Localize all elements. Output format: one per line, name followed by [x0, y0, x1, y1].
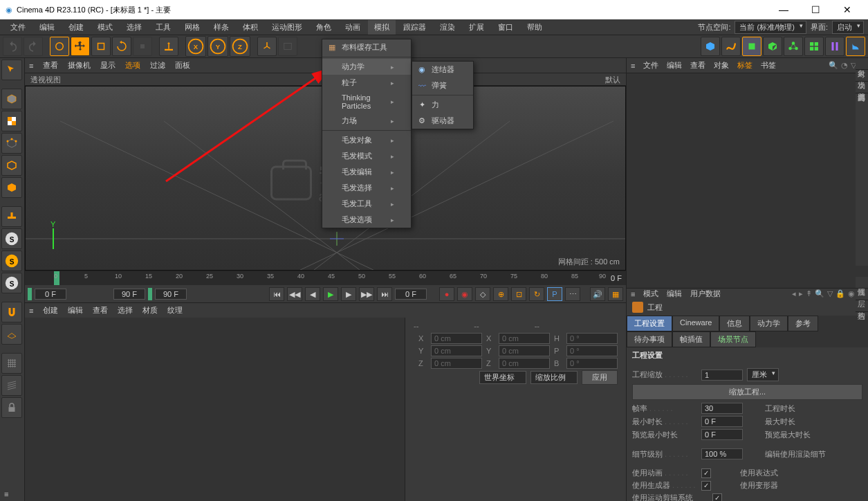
coord-world-combo[interactable]: 世界坐标 [479, 371, 526, 384]
om-object[interactable]: 对象 [714, 60, 729, 71]
menu-extensions[interactable]: 扩展 [463, 20, 490, 35]
snap-s1-icon[interactable]: S [1, 228, 22, 249]
dd-particles[interactable]: 粒子▸ [322, 75, 411, 91]
live-select-icon[interactable] [1, 60, 22, 80]
menu-mesh[interactable]: 网格 [178, 20, 206, 35]
min-input[interactable] [701, 416, 743, 427]
coord-scale-combo[interactable]: 缩放比例 [530, 371, 578, 384]
object-tree[interactable] [627, 73, 868, 288]
pos-z-input[interactable] [431, 358, 482, 369]
tab-info[interactable]: 信息 [719, 316, 750, 331]
om-edit[interactable]: 编辑 [667, 60, 682, 71]
vp-filter[interactable]: 过滤 [150, 60, 165, 71]
om-view[interactable]: 查看 [690, 60, 705, 71]
tab-interp[interactable]: 帧插值 [672, 331, 710, 347]
attr-mode[interactable]: 模式 [643, 289, 658, 299]
pmin-input[interactable] [701, 429, 743, 440]
cube-primitive[interactable] [701, 37, 720, 56]
frame-start-input[interactable] [35, 289, 66, 300]
scale-tool[interactable] [91, 37, 111, 56]
side-tab-layer[interactable]: 层 [856, 289, 868, 300]
side-tab-attr[interactable]: 属性 [856, 277, 868, 289]
dd-spring[interactable]: 〰弹簧 [412, 78, 473, 93]
tab-todo[interactable]: 待办事项 [627, 331, 672, 347]
eye-icon[interactable]: ◔ [841, 61, 848, 70]
new-icon[interactable]: ◉ [848, 289, 855, 298]
attr-userdata[interactable]: 用户数据 [690, 289, 721, 299]
frame-end-input2[interactable] [155, 289, 187, 300]
next-key-button[interactable]: ▶▶ [359, 287, 374, 301]
layout-combo[interactable]: 启动 [832, 21, 864, 34]
hamburger-icon[interactable]: ≡ [29, 62, 33, 70]
mat-material[interactable]: 材质 [142, 305, 158, 316]
deformer-blue[interactable] [846, 37, 865, 56]
generator-green3[interactable] [784, 37, 803, 56]
vp-options[interactable]: 选项 [125, 60, 140, 71]
key-pla-icon[interactable]: ⋯ [565, 287, 580, 301]
menu-select[interactable]: 选择 [120, 20, 148, 35]
mat-view[interactable]: 查看 [93, 305, 108, 316]
search-icon[interactable]: 🔍 [829, 61, 838, 70]
x-axis-button[interactable]: X [185, 36, 206, 57]
dd-force[interactable]: ✦力 [412, 97, 473, 113]
goto-start-button[interactable]: ⏮ [269, 287, 284, 301]
grid2-icon[interactable] [1, 375, 22, 396]
key-param-icon[interactable]: P [547, 287, 562, 301]
lock2-icon[interactable]: 🔒 [835, 289, 845, 298]
dd-hair-tools[interactable]: 毛发工具▸ [322, 196, 411, 212]
current-frame-input[interactable] [395, 289, 427, 300]
menu-volume[interactable]: 体积 [237, 20, 264, 35]
scale-unit-combo[interactable]: 厘米 [747, 368, 779, 381]
menu-render[interactable]: 渲染 [434, 20, 461, 35]
spline-primitive[interactable] [721, 37, 741, 56]
tab-scenenodes[interactable]: 场景节点 [710, 331, 756, 347]
nav-up-icon[interactable]: ↟ [806, 289, 812, 298]
deformer-purple[interactable] [825, 37, 844, 56]
menu-create[interactable]: 创建 [62, 20, 90, 35]
bottom-hamburger-icon[interactable]: ≡ [4, 490, 8, 498]
edge-mode-icon[interactable] [1, 155, 22, 176]
vp-display[interactable]: 显示 [100, 60, 116, 71]
menu-tracker[interactable]: 跟踪器 [397, 20, 432, 35]
menu-edit[interactable]: 编辑 [33, 20, 61, 35]
dd-tp[interactable]: Thinking Particles▸ [322, 91, 411, 113]
apply-button[interactable]: 应用 [582, 370, 618, 385]
scale-project-button[interactable]: 缩放工程... [632, 384, 862, 400]
dd-hair-obj[interactable]: 毛发对象▸ [322, 132, 411, 148]
size-z-input[interactable] [499, 358, 550, 369]
prev-frame-button[interactable]: ◀ [305, 287, 320, 301]
key-pos-icon[interactable]: ⊕ [493, 287, 508, 301]
size-x-input[interactable] [499, 333, 550, 344]
snap-s3-icon[interactable]: S [1, 273, 22, 293]
side-tab-content[interactable]: 内容浏览器 [856, 82, 868, 93]
sound-icon[interactable]: 🔊 [590, 287, 605, 301]
goto-end-button[interactable]: ⏭ [377, 287, 392, 301]
key-rot-icon[interactable]: ↻ [529, 287, 544, 301]
dd-hair-edit[interactable]: 毛发编辑▸ [322, 164, 411, 180]
menu-tools[interactable]: 工具 [149, 20, 177, 35]
menu-animate[interactable]: 动画 [339, 20, 367, 35]
side-tab-objects[interactable]: 对象 [856, 58, 868, 70]
film-icon[interactable]: ▦ [608, 287, 623, 301]
frame-end-input[interactable] [113, 289, 145, 300]
last-tool[interactable] [133, 37, 152, 56]
mat-texture[interactable]: 纹理 [167, 305, 183, 316]
lock-icon[interactable] [1, 397, 22, 418]
vp-camera[interactable]: 摄像机 [68, 60, 91, 71]
dd-connector[interactable]: ◉连结器 [412, 62, 473, 78]
mat-hamburger[interactable]: ≡ [29, 307, 33, 315]
record-button[interactable]: ● [439, 287, 454, 301]
dd-hair-select[interactable]: 毛发选择▸ [322, 180, 411, 196]
key-icon[interactable]: ◇ [475, 287, 490, 301]
om-file[interactable]: 文件 [643, 60, 658, 71]
dd-forces[interactable]: 力场▸ [322, 113, 411, 129]
y-axis-button[interactable]: Y [207, 36, 228, 57]
menu-spline[interactable]: 样条 [207, 20, 235, 35]
next-frame-button[interactable]: ▶ [341, 287, 356, 301]
side-tab-struct[interactable]: 构造 [856, 300, 868, 312]
node-space-combo[interactable]: 当前 (标准/物理) [735, 21, 806, 34]
prev-key-button[interactable]: ◀◀ [287, 287, 302, 301]
tab-ref[interactable]: 参考 [788, 316, 818, 331]
polygon-mode-icon[interactable] [1, 177, 22, 198]
om-bookmarks[interactable]: 书签 [761, 60, 776, 71]
